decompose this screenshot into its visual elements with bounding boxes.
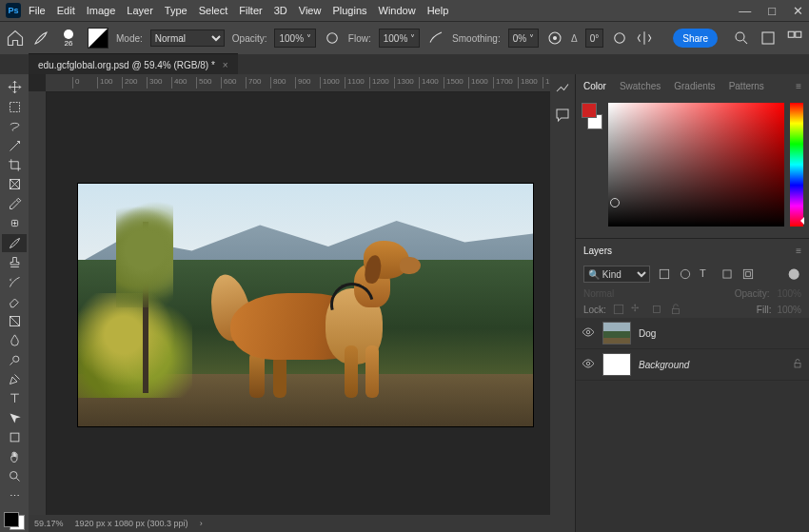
move-tool[interactable] xyxy=(2,78,27,96)
tab-color[interactable]: Color xyxy=(583,81,606,91)
crop-tool[interactable] xyxy=(2,156,27,174)
filter-pixel-icon[interactable] xyxy=(658,267,671,281)
color-picker[interactable] xyxy=(608,103,784,227)
lasso-tool[interactable] xyxy=(2,117,27,135)
share-button[interactable]: Share xyxy=(673,29,718,48)
menu-3d[interactable]: 3D xyxy=(274,5,287,16)
window-minimize-icon[interactable]: — xyxy=(739,4,751,18)
search-icon[interactable] xyxy=(733,30,750,47)
menu-type[interactable]: Type xyxy=(165,5,187,16)
eraser-tool[interactable] xyxy=(2,292,27,310)
tools-panel: ⋯ xyxy=(0,74,29,532)
filter-smart-icon[interactable] xyxy=(741,267,755,281)
hand-tool[interactable] xyxy=(2,448,27,466)
layers-panel-menu-icon[interactable]: ≡ xyxy=(796,246,801,256)
dog-image xyxy=(202,227,421,398)
path-tool[interactable] xyxy=(2,409,27,427)
arrange-icon[interactable] xyxy=(786,30,803,47)
flow-input[interactable]: 100% ˅ xyxy=(379,29,420,48)
edit-toolbar-icon[interactable]: ⋯ xyxy=(2,487,27,505)
ruler-horizontal: 0100200300400500600700800900100011001200… xyxy=(46,74,550,92)
layer-filter-kind[interactable]: 🔍 Kind xyxy=(583,266,650,283)
eyedropper-tool[interactable] xyxy=(2,195,27,213)
smoothing-input[interactable]: 0% ˅ xyxy=(508,29,539,48)
ruler-tick: 400 xyxy=(171,77,187,89)
menu-view[interactable]: View xyxy=(299,5,322,16)
close-tab-icon[interactable]: × xyxy=(223,60,228,70)
layer-blend-mode[interactable]: Normal xyxy=(583,288,660,299)
fill-value[interactable]: 100% xyxy=(777,305,801,315)
history-panel-icon[interactable] xyxy=(554,80,571,97)
hue-slider[interactable] xyxy=(790,103,803,227)
marquee-tool[interactable] xyxy=(2,97,27,115)
menu-edit[interactable]: Edit xyxy=(57,5,75,16)
tab-layers[interactable]: Layers xyxy=(583,246,612,256)
airbrush-icon[interactable] xyxy=(427,30,444,47)
panel-menu-icon[interactable]: ≡ xyxy=(796,81,801,91)
brush-preset-picker[interactable]: 26 xyxy=(57,27,80,49)
tab-swatches[interactable]: Swatches xyxy=(620,81,661,91)
blend-mode-select[interactable]: Normal xyxy=(150,30,225,47)
shape-tool[interactable] xyxy=(2,428,27,446)
menu-select[interactable]: Select xyxy=(199,5,228,16)
home-icon[interactable] xyxy=(6,29,25,48)
visibility-icon[interactable] xyxy=(582,325,595,341)
wand-tool[interactable] xyxy=(2,136,27,154)
menu-window[interactable]: Window xyxy=(379,5,416,16)
lock-pixels-icon[interactable] xyxy=(612,303,625,316)
layer-thumbnail xyxy=(602,353,631,376)
frame-tool[interactable] xyxy=(2,175,27,193)
pressure-opacity-icon[interactable] xyxy=(324,30,341,47)
history-brush-tool[interactable] xyxy=(2,273,27,291)
zoom-tool[interactable] xyxy=(2,467,27,485)
type-tool[interactable] xyxy=(2,389,27,407)
color-fg-bg[interactable] xyxy=(582,103,602,129)
gradient-tool[interactable] xyxy=(2,311,27,329)
angle-input[interactable]: 0° xyxy=(585,29,604,48)
menu-layer[interactable]: Layer xyxy=(127,5,153,16)
menu-plugins[interactable]: Plugins xyxy=(332,5,366,16)
layer-row[interactable]: Dog xyxy=(576,318,809,349)
visibility-icon[interactable] xyxy=(582,357,595,372)
lock-all-icon[interactable] xyxy=(669,303,682,316)
document-canvas[interactable] xyxy=(78,184,533,426)
comments-panel-icon[interactable] xyxy=(554,107,571,124)
layer-name[interactable]: Background xyxy=(639,360,689,370)
layer-opacity-value[interactable]: 100% xyxy=(777,288,801,299)
layer-name[interactable]: Dog xyxy=(639,328,656,339)
filter-toggle-icon[interactable]: ⬤ xyxy=(788,267,801,281)
smoothing-options-icon[interactable] xyxy=(546,30,563,47)
layer-opacity-label: Opacity: xyxy=(735,288,770,299)
filter-adjust-icon[interactable] xyxy=(679,267,692,281)
dodge-tool[interactable] xyxy=(2,350,27,368)
opacity-input[interactable]: 100% ˅ xyxy=(274,29,315,48)
opacity-label: Opacity: xyxy=(232,33,267,44)
workspace-icon[interactable] xyxy=(760,30,777,47)
brush-tool[interactable] xyxy=(2,234,27,252)
status-chevron-icon[interactable]: › xyxy=(200,519,203,528)
filter-type-icon[interactable]: T xyxy=(700,267,713,281)
symmetry-icon[interactable] xyxy=(636,30,653,47)
lock-artboard-icon[interactable] xyxy=(650,303,663,316)
document-tab[interactable]: edu.gcfglobal.org.psd @ 59.4% (RGB/8) * … xyxy=(29,53,238,75)
layer-row[interactable]: Background xyxy=(576,349,809,381)
tab-gradients[interactable]: Gradients xyxy=(674,81,715,91)
color-swatches[interactable] xyxy=(2,510,27,532)
lock-position-icon[interactable]: ✢ xyxy=(631,303,644,316)
window-close-icon[interactable]: ✕ xyxy=(793,4,803,18)
healing-tool[interactable] xyxy=(2,214,27,232)
window-maximize-icon[interactable]: □ xyxy=(768,4,776,18)
zoom-level[interactable]: 59.17% xyxy=(34,519,64,528)
tab-patterns[interactable]: Patterns xyxy=(729,81,764,91)
svg-point-0 xyxy=(327,33,338,44)
menu-file[interactable]: File xyxy=(29,5,46,16)
brush-blend-toggle-icon[interactable] xyxy=(88,28,109,49)
menu-filter[interactable]: Filter xyxy=(239,5,262,16)
pressure-size-icon[interactable] xyxy=(611,30,628,47)
menu-help[interactable]: Help xyxy=(427,5,449,16)
pen-tool[interactable] xyxy=(2,370,27,388)
stamp-tool[interactable] xyxy=(2,253,27,271)
menu-image[interactable]: Image xyxy=(87,5,116,16)
filter-shape-icon[interactable] xyxy=(720,267,734,281)
blur-tool[interactable] xyxy=(2,331,27,349)
